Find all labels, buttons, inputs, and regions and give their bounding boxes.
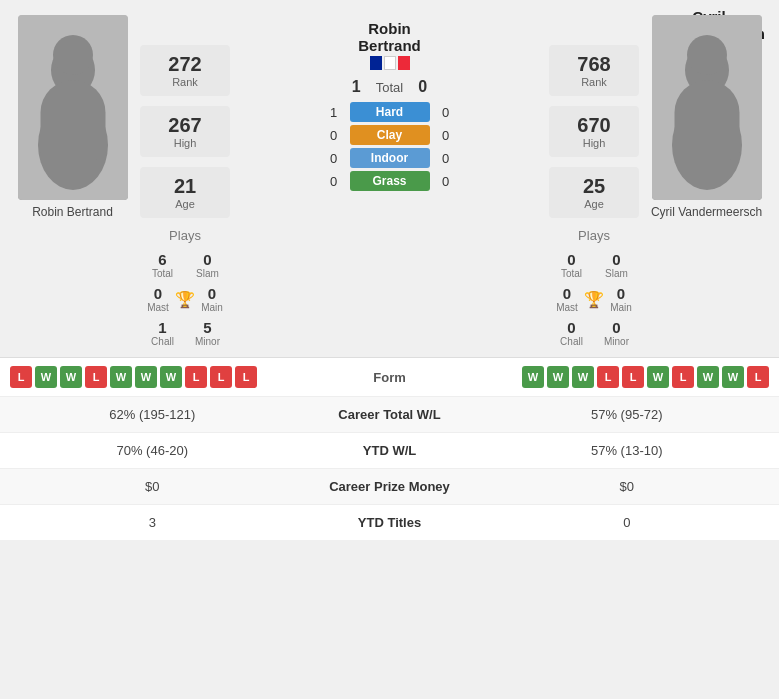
left-total-cell: 6 Total — [145, 251, 180, 279]
left-ytd-wl: 70% (46-20) — [15, 443, 290, 458]
svg-point-5 — [672, 100, 742, 190]
right-form-w3: W — [572, 366, 594, 388]
left-player-avatar — [18, 15, 128, 200]
right-total-cell: 0 Total — [554, 251, 589, 279]
left-form-badges: L W W L W W W L L L — [10, 366, 257, 388]
titles-label: YTD Titles — [290, 515, 490, 530]
left-trophy-icon: 🏆 — [175, 290, 195, 309]
left-minor-cell: 5 Minor — [190, 319, 225, 347]
left-form-w1: W — [35, 366, 57, 388]
surface-indoor-btn: Indoor — [350, 148, 430, 168]
right-career-wl: 57% (95-72) — [490, 407, 765, 422]
left-stats-col: 272 Rank 267 High 21 Age Plays 6 Total 0 — [135, 15, 235, 347]
right-form-w6: W — [722, 366, 744, 388]
left-form-w5: W — [160, 366, 182, 388]
left-age-box: 21 Age — [140, 167, 230, 218]
right-form-l2: L — [622, 366, 644, 388]
form-label: Form — [373, 370, 406, 385]
right-chall-cell: 0 Chall — [554, 319, 589, 347]
left-mast-cell: 0 Mast — [145, 285, 171, 313]
left-player-name-top: Robin Bertrand — [358, 20, 421, 54]
surface-row-indoor: 0 Indoor 0 — [235, 148, 544, 168]
left-slam-cell: 0 Slam — [190, 251, 225, 279]
prize-label: Career Prize Money — [290, 479, 490, 494]
left-avatar-svg — [18, 15, 128, 200]
svg-point-1 — [51, 45, 95, 95]
ytd-wl-label: YTD W/L — [290, 443, 490, 458]
left-form-l2: L — [85, 366, 107, 388]
right-player-name-below: Cyril Vandermeersch — [651, 205, 762, 219]
left-chall-cell: 1 Chall — [145, 319, 180, 347]
left-titles: 3 — [15, 515, 290, 530]
right-form-badges: W W W L L W L W W L — [522, 366, 769, 388]
right-form-w1: W — [522, 366, 544, 388]
surface-row-clay: 0 Clay 0 — [235, 125, 544, 145]
left-form-l1: L — [10, 366, 32, 388]
stats-rows: 62% (195-121) Career Total W/L 57% (95-7… — [0, 396, 779, 540]
right-stats-col: 768 Rank 670 High 25 Age Plays 0 Total 0 — [544, 15, 644, 347]
left-form-w2: W — [60, 366, 82, 388]
left-rank-box: 272 Rank — [140, 45, 230, 96]
right-player-photo-block: Cyril Vandermeersch Cyril Vandermeersch — [644, 15, 769, 219]
right-trophy-icon: 🏆 — [584, 290, 604, 309]
main-container: Robin Bertrand 272 Rank 267 High 21 Age … — [0, 0, 779, 540]
surface-hard-btn: Hard — [350, 102, 430, 122]
right-player-avatar — [652, 15, 762, 200]
center-col: Robin Bertrand 1 Total 0 1 Hard 0 — [235, 15, 544, 196]
left-flag — [370, 56, 410, 70]
career-wl-label: Career Total W/L — [290, 407, 490, 422]
stats-row-3: 3 YTD Titles 0 — [0, 504, 779, 540]
flag-blue-left — [370, 56, 382, 70]
right-age-box: 25 Age — [549, 167, 639, 218]
form-section: L W W L W W W L L L Form W W W L L W L W… — [0, 357, 779, 396]
left-main-cell: 0 Main — [199, 285, 225, 313]
left-high-box: 267 High — [140, 106, 230, 157]
left-player-name-below: Robin Bertrand — [32, 205, 113, 219]
right-main-cell: 0 Main — [608, 285, 634, 313]
left-form-w3: W — [110, 366, 132, 388]
svg-point-2 — [38, 100, 108, 190]
surface-rows: 1 Hard 0 0 Clay 0 0 Indoor 0 0 Grass — [235, 102, 544, 191]
right-high-box: 670 High — [549, 106, 639, 157]
right-form-w2: W — [547, 366, 569, 388]
svg-point-4 — [685, 45, 729, 95]
right-mast-cell: 0 Mast — [554, 285, 580, 313]
surface-grass-btn: Grass — [350, 171, 430, 191]
right-minor-cell: 0 Minor — [599, 319, 634, 347]
right-rank-box: 768 Rank — [549, 45, 639, 96]
right-avatar-svg — [652, 15, 762, 200]
right-form-w5: W — [697, 366, 719, 388]
stats-row-1: 70% (46-20) YTD W/L 57% (13-10) — [0, 432, 779, 468]
right-prize: $0 — [490, 479, 765, 494]
stats-row-2: $0 Career Prize Money $0 — [0, 468, 779, 504]
left-form-l5: L — [235, 366, 257, 388]
player-comparison: Robin Bertrand 272 Rank 267 High 21 Age … — [0, 0, 779, 357]
right-form-l1: L — [597, 366, 619, 388]
right-form-w4: W — [647, 366, 669, 388]
flag-red-left — [398, 56, 410, 70]
surface-clay-btn: Clay — [350, 125, 430, 145]
right-ytd-wl: 57% (13-10) — [490, 443, 765, 458]
left-prize: $0 — [15, 479, 290, 494]
total-row: 1 Total 0 — [352, 78, 427, 96]
left-form-l3: L — [185, 366, 207, 388]
left-career-wl: 62% (195-121) — [15, 407, 290, 422]
flag-white-left — [384, 56, 396, 70]
right-titles: 0 — [490, 515, 765, 530]
right-form-l3: L — [672, 366, 694, 388]
right-slam-cell: 0 Slam — [599, 251, 634, 279]
left-form-l4: L — [210, 366, 232, 388]
surface-row-grass: 0 Grass 0 — [235, 171, 544, 191]
right-form-l4: L — [747, 366, 769, 388]
left-form-w4: W — [135, 366, 157, 388]
left-player-photo-block: Robin Bertrand — [10, 15, 135, 219]
surface-row-hard: 1 Hard 0 — [235, 102, 544, 122]
stats-row-0: 62% (195-121) Career Total W/L 57% (95-7… — [0, 396, 779, 432]
